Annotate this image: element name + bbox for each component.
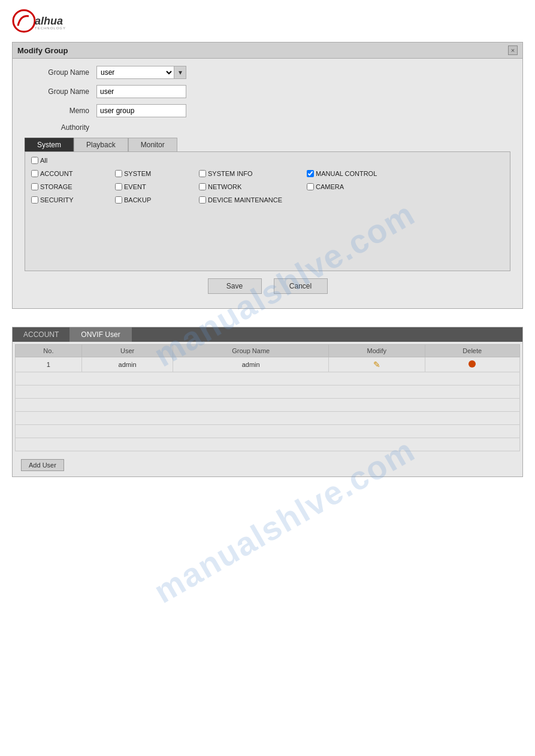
all-checkbox-row: All — [31, 157, 504, 166]
checkbox-backup-label: BACKUP — [124, 196, 151, 204]
checkbox-manual-control: MANUAL CONTROL — [307, 170, 377, 177]
table-row: 1 admin admin ✎ — [16, 357, 520, 372]
checkbox-security: SECURITY — [31, 196, 103, 204]
group-name-input-label: Group Name — [25, 87, 96, 96]
dropdown-arrow[interactable]: ▾ — [174, 66, 186, 79]
dahua-logo: alhua TECHNOLOGY — [12, 9, 523, 33]
checkbox-system: SYSTEM — [115, 170, 187, 177]
checkbox-device-maintenance-label: DEVICE MAINTENANCE — [208, 196, 282, 204]
add-user-area: Add User — [13, 454, 522, 476]
checkbox-network: NETWORK — [199, 183, 295, 190]
checkbox-system-input[interactable] — [115, 170, 122, 177]
checkbox-backup-input[interactable] — [115, 196, 122, 204]
checkbox-storage-input[interactable] — [31, 183, 38, 190]
table-row-empty-6 — [16, 438, 520, 451]
checkbox-account: ACCOUNT — [31, 170, 103, 177]
svg-point-0 — [13, 10, 35, 32]
checkbox-all-label: All — [40, 157, 47, 164]
table-row-empty-4 — [16, 412, 520, 425]
checkbox-camera-input[interactable] — [307, 183, 314, 190]
cell-delete — [425, 357, 520, 372]
table-row-empty-1 — [16, 372, 520, 385]
modify-icon[interactable]: ✎ — [373, 360, 380, 369]
memo-label: Memo — [25, 107, 96, 115]
checkbox-network-label: NETWORK — [208, 183, 241, 190]
checkbox-row-2: STORAGE EVENT NETWORK CAMERA — [31, 183, 504, 193]
group-name-select-label: Group Name — [25, 68, 96, 77]
checkbox-system-info: SYSTEM INFO — [199, 170, 295, 177]
checkbox-storage-label: STORAGE — [40, 183, 72, 190]
checkbox-network-input[interactable] — [199, 183, 206, 190]
memo-row: Memo — [25, 104, 510, 117]
authority-tabs: System Playback Monitor — [25, 138, 510, 151]
checkbox-all: All — [31, 157, 47, 164]
account-tabs: ACCOUNT ONVIF User — [13, 327, 522, 342]
save-button[interactable]: Save — [208, 278, 262, 294]
checkbox-backup: BACKUP — [115, 196, 187, 204]
checkbox-row-3: SECURITY BACKUP DEVICE MAINTENANCE — [31, 196, 504, 206]
tab-playback[interactable]: Playback — [74, 138, 128, 151]
group-name-input[interactable] — [96, 85, 186, 98]
close-button[interactable]: × — [508, 45, 518, 55]
cancel-button[interactable]: Cancel — [274, 278, 328, 294]
cell-modify: ✎ — [329, 357, 425, 372]
user-table-container: No. User Group Name Modify Delete 1 admi… — [13, 342, 522, 454]
checkbox-all-input[interactable] — [31, 157, 38, 164]
dialog-title: Modify Group — [17, 46, 68, 55]
col-header-modify: Modify — [329, 345, 425, 357]
checkbox-event-input[interactable] — [115, 183, 122, 190]
checkbox-event: EVENT — [115, 183, 187, 190]
col-header-user: User — [81, 345, 173, 357]
delete-icon[interactable] — [468, 360, 476, 368]
checkbox-storage: STORAGE — [31, 183, 103, 190]
memo-input[interactable] — [96, 104, 186, 117]
group-name-input-row: Group Name — [25, 85, 510, 98]
checkbox-manual-control-input[interactable] — [307, 170, 314, 177]
checkbox-account-input[interactable] — [31, 170, 38, 177]
checkbox-event-label: EVENT — [124, 183, 146, 190]
logo-area: alhua TECHNOLOGY — [0, 0, 535, 42]
col-header-group: Group Name — [173, 345, 329, 357]
table-header-row: No. User Group Name Modify Delete — [16, 345, 520, 357]
checkbox-system-info-label: SYSTEM INFO — [208, 170, 253, 177]
logo-svg: alhua TECHNOLOGY — [12, 9, 78, 33]
authority-row: Authority — [25, 123, 510, 132]
cell-group: admin — [173, 357, 329, 372]
tab-account[interactable]: ACCOUNT — [13, 327, 70, 342]
checkbox-camera-label: CAMERA — [316, 183, 344, 190]
checkbox-security-input[interactable] — [31, 196, 38, 204]
checkbox-camera: CAMERA — [307, 183, 344, 190]
group-name-select-row: Group Name user ▾ — [25, 66, 510, 79]
checkbox-row-1: ACCOUNT SYSTEM SYSTEM INFO MANUAL CONTRO… — [31, 170, 504, 180]
dialog-titlebar: Modify Group × — [13, 42, 522, 59]
tab-monitor[interactable]: Monitor — [128, 138, 177, 151]
checkbox-device-maintenance: DEVICE MAINTENANCE — [199, 196, 282, 204]
cell-user: admin — [81, 357, 173, 372]
col-header-delete: Delete — [425, 345, 520, 357]
col-header-no: No. — [16, 345, 82, 357]
checkbox-security-label: SECURITY — [40, 196, 74, 204]
table-row-empty-3 — [16, 399, 520, 412]
group-name-select[interactable]: user — [96, 66, 174, 79]
account-section: ACCOUNT ONVIF User No. User Group Name M… — [12, 327, 523, 477]
checkbox-system-label: SYSTEM — [124, 170, 151, 177]
tab-system[interactable]: System — [25, 138, 74, 151]
checkbox-account-label: ACCOUNT — [40, 170, 72, 177]
group-name-select-wrapper: user ▾ — [96, 66, 186, 79]
checkbox-manual-control-label: MANUAL CONTROL — [316, 170, 377, 177]
modify-group-dialog: Modify Group × Group Name user ▾ Group N… — [12, 42, 523, 309]
dialog-button-row: Save Cancel — [25, 278, 510, 301]
authority-box: All ACCOUNT SYSTEM SYSTEM INFO — [25, 151, 510, 271]
checkbox-system-info-input[interactable] — [199, 170, 206, 177]
add-user-button[interactable]: Add User — [21, 459, 64, 471]
dialog-body: Group Name user ▾ Group Name Memo Author… — [13, 59, 522, 308]
svg-text:alhua: alhua — [35, 15, 63, 27]
tab-onvif-user[interactable]: ONVIF User — [70, 327, 131, 342]
user-table: No. User Group Name Modify Delete 1 admi… — [15, 344, 520, 451]
table-row-empty-5 — [16, 425, 520, 438]
authority-label: Authority — [25, 123, 96, 132]
svg-text:TECHNOLOGY: TECHNOLOGY — [35, 26, 66, 30]
cell-no: 1 — [16, 357, 82, 372]
table-row-empty-2 — [16, 385, 520, 399]
checkbox-device-maintenance-input[interactable] — [199, 196, 206, 204]
